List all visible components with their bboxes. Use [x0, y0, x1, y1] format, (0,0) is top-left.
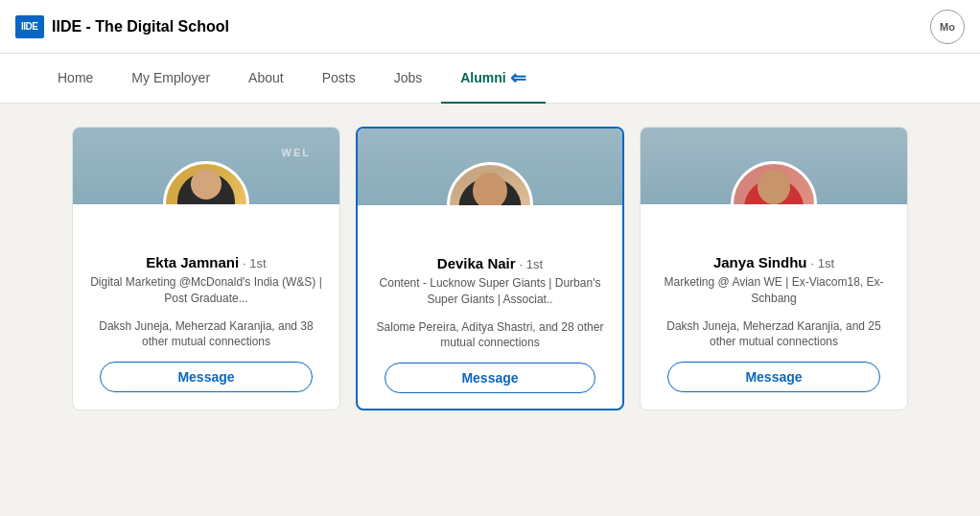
- avatar-devika: [447, 162, 533, 205]
- card-name-row-devika: Devika Nair · 1st: [437, 255, 543, 271]
- alumni-arrow-icon: ⇐: [510, 66, 526, 89]
- nav-home[interactable]: Home: [38, 54, 112, 104]
- nav-alumni-label: Alumni: [460, 70, 505, 85]
- card-body-ekta: Ekta Jamnani · 1st Digital Marketing @Mc…: [73, 204, 339, 408]
- card-degree-janya: · 1st: [810, 256, 834, 270]
- avatar-figure-janya: [734, 164, 814, 204]
- nav-my-employer[interactable]: My Employer: [112, 54, 229, 104]
- card-banner-janya: [641, 128, 907, 204]
- navigation: Home My Employer About Posts Jobs Alumni…: [0, 54, 980, 104]
- avatar-figure-devika: [450, 165, 530, 205]
- main-content: Ekta Jamnani · 1st Digital Marketing @Mc…: [0, 104, 980, 468]
- company-name: IIDE - The Digital School: [52, 18, 229, 35]
- nav-my-employer-label: My Employer: [131, 70, 210, 85]
- alumni-cards-grid: Ekta Jamnani · 1st Digital Marketing @Mc…: [38, 127, 942, 410]
- logo-icon: IIDE: [15, 15, 44, 38]
- message-button-janya[interactable]: Message: [667, 362, 879, 392]
- nav-posts-label: Posts: [322, 70, 356, 85]
- card-title-janya: Marketing @ Avian WE | Ex-Viacom18, Ex-S…: [656, 274, 892, 307]
- alumni-card-janya: Janya Sindhu · 1st Marketing @ Avian WE …: [640, 127, 908, 410]
- more-button[interactable]: Mo: [930, 10, 965, 44]
- card-name-row-janya: Janya Sindhu · 1st: [713, 254, 834, 270]
- nav-posts[interactable]: Posts: [303, 54, 375, 104]
- card-body-devika: Devika Nair · 1st Content - Lucknow Supe…: [358, 205, 622, 409]
- alumni-card-devika: Devika Nair · 1st Content - Lucknow Supe…: [356, 127, 624, 410]
- svg-text:IIDE: IIDE: [21, 21, 38, 32]
- card-degree-devika: · 1st: [520, 257, 544, 271]
- card-title-devika: Content - Lucknow Super Giants | Durban'…: [373, 275, 607, 308]
- company-logo[interactable]: IIDE IIDE - The Digital School: [15, 15, 229, 38]
- card-name-row-ekta: Ekta Jamnani · 1st: [146, 254, 266, 270]
- alumni-card-ekta: Ekta Jamnani · 1st Digital Marketing @Mc…: [72, 127, 340, 410]
- card-name-ekta: Ekta Jamnani: [146, 254, 239, 270]
- nav-about-label: About: [248, 70, 284, 85]
- nav-home-label: Home: [58, 70, 93, 85]
- nav-about[interactable]: About: [229, 54, 303, 104]
- card-name-janya: Janya Sindhu: [713, 254, 807, 270]
- card-connections-devika: Salome Pereira, Aditya Shastri, and 28 o…: [373, 319, 607, 352]
- nav-alumni[interactable]: Alumni ⇐: [441, 54, 545, 104]
- message-button-devika[interactable]: Message: [385, 363, 595, 393]
- card-degree-ekta: · 1st: [243, 256, 267, 270]
- card-title-ekta: Digital Marketing @McDonald's India (W&S…: [88, 274, 324, 307]
- header: IIDE IIDE - The Digital School Mo: [0, 0, 980, 54]
- nav-jobs[interactable]: Jobs: [375, 54, 442, 104]
- avatar-janya: [731, 161, 817, 204]
- avatar-figure-ekta: [166, 164, 246, 204]
- message-button-ekta[interactable]: Message: [100, 362, 312, 392]
- card-connections-ekta: Daksh Juneja, Meherzad Karanjia, and 38 …: [88, 318, 324, 351]
- card-connections-janya: Daksh Juneja, Meherzad Karanjia, and 25 …: [656, 318, 892, 351]
- card-name-devika: Devika Nair: [437, 255, 516, 271]
- card-body-janya: Janya Sindhu · 1st Marketing @ Avian WE …: [641, 204, 907, 408]
- nav-jobs-label: Jobs: [394, 70, 423, 85]
- card-banner-devika: [358, 129, 622, 205]
- more-label: Mo: [940, 21, 955, 33]
- avatar-ekta: [163, 161, 249, 204]
- card-banner-ekta: [73, 128, 339, 204]
